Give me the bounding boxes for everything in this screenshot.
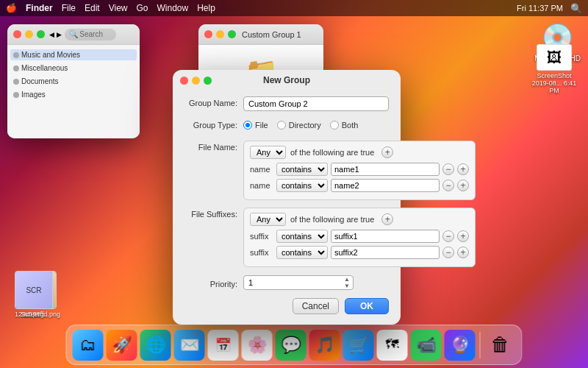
ok-button[interactable]: OK — [345, 298, 389, 314]
suffix-condition-row-2: suffix contains − + — [250, 246, 469, 259]
remove-condition-2-button[interactable]: − — [442, 180, 454, 191]
name-value-input-1[interactable] — [331, 163, 440, 176]
modal-minimize-button[interactable] — [192, 77, 200, 85]
radio-circle-directory — [277, 121, 286, 130]
file-suffixes-conditions: Any of the following are true + suffix c… — [243, 208, 476, 267]
suffix-label-1: suffix — [250, 232, 273, 241]
group-name-label: Group Name: — [184, 96, 243, 107]
group-name-row: Group Name: — [184, 96, 389, 113]
suffix-contains-select-2[interactable]: contains — [276, 246, 328, 259]
group-type-row: Group Type: File Directory — [184, 118, 389, 135]
condition-header-suffixes: Any of the following are true + — [250, 213, 469, 226]
radio-circle-both — [330, 121, 339, 130]
file-name-content: Any of the following are true + name con… — [243, 141, 476, 202]
new-group-modal: New Group Group Name: Group Type: — [173, 70, 401, 325]
file-suffixes-content: Any of the following are true + suffix c… — [243, 208, 476, 269]
radio-directory-label: Directory — [289, 121, 321, 130]
modal-traffic-lights[interactable] — [180, 77, 212, 85]
priority-up-button[interactable]: ▲ — [342, 276, 352, 283]
radio-directory[interactable]: Directory — [277, 121, 321, 130]
desktop: 🍎 Finder File Edit View Go Window Help F… — [0, 0, 588, 368]
priority-stepper: ▲ ▼ — [342, 276, 352, 289]
file-name-conditions: Any of the following are true + name con… — [243, 141, 476, 200]
add-suffix-2-button[interactable]: + — [457, 247, 469, 258]
priority-down-button[interactable]: ▼ — [342, 283, 352, 289]
radio-both[interactable]: Both — [330, 121, 359, 130]
radio-circle-file — [243, 121, 252, 130]
modal-title: New Group — [263, 75, 310, 85]
remove-condition-1-button[interactable]: − — [442, 163, 454, 175]
group-name-content — [243, 96, 389, 111]
filename-condition-row-2: name contains − + — [250, 179, 469, 192]
add-suffix-1-button[interactable]: + — [457, 230, 469, 242]
modal-overlay: New Group Group Name: Group Type: — [0, 0, 588, 368]
following-true-label: of the following are true — [290, 148, 374, 157]
suffix-contains-select-1[interactable]: contains — [276, 230, 328, 243]
add-condition-2-button[interactable]: + — [457, 180, 469, 191]
suffix-label-2: suffix — [250, 248, 273, 257]
cancel-button[interactable]: Cancel — [293, 298, 339, 314]
contains-select-1[interactable]: contains — [276, 163, 328, 176]
remove-suffix-1-button[interactable]: − — [442, 230, 454, 242]
modal-maximize-button[interactable] — [204, 77, 212, 85]
radio-file-label: File — [255, 121, 268, 130]
add-condition-suffix-button[interactable]: + — [381, 213, 393, 225]
suffix-value-input-1[interactable] — [331, 230, 440, 243]
add-condition-filename-button[interactable]: + — [381, 146, 393, 158]
any-select-suffixes[interactable]: Any — [250, 213, 286, 226]
priority-row: Priority: ▲ ▼ — [184, 275, 389, 291]
radio-file[interactable]: File — [243, 121, 268, 130]
file-suffixes-label: File Suffixes: — [184, 208, 243, 219]
modal-close-button[interactable] — [180, 77, 188, 85]
condition-header-filename: Any of the following are true + — [250, 146, 469, 159]
suffix-condition-row-1: suffix contains − + — [250, 230, 469, 243]
group-name-input[interactable] — [243, 96, 389, 111]
file-name-label: File Name: — [184, 141, 243, 152]
remove-suffix-2-button[interactable]: − — [442, 247, 454, 258]
any-select-filename[interactable]: Any — [250, 146, 286, 159]
group-type-radio-group: File Directory Both — [243, 118, 358, 130]
following-true-label-2: of the following are true — [290, 215, 374, 224]
file-name-row: File Name: Any of the following are true… — [184, 141, 389, 202]
suffix-value-input-2[interactable] — [331, 246, 440, 259]
contains-select-2[interactable]: contains — [276, 179, 328, 192]
add-condition-1-button[interactable]: + — [457, 163, 469, 175]
radio-dot-file — [245, 123, 250, 127]
priority-label: Priority: — [184, 277, 243, 289]
name-label-1: name — [250, 165, 273, 174]
priority-input[interactable] — [243, 275, 354, 290]
filename-condition-row-1: name contains − + — [250, 163, 469, 176]
modal-footer: Cancel OK — [173, 298, 401, 314]
group-type-label: Group Type: — [184, 118, 243, 130]
name-value-input-2[interactable] — [331, 179, 440, 192]
radio-both-label: Both — [342, 121, 359, 130]
modal-body: Group Name: Group Type: File — [173, 91, 401, 291]
file-suffixes-row: File Suffixes: Any of the following are … — [184, 208, 389, 269]
modal-titlebar: New Group — [173, 70, 401, 91]
name-label-2: name — [250, 181, 273, 190]
priority-input-wrap: ▲ ▼ — [243, 275, 354, 290]
